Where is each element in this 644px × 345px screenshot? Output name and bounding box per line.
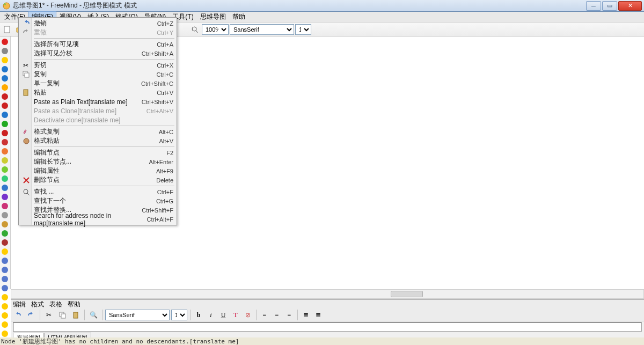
arrow-r-icon[interactable] [1,275,9,283]
svg-point-14 [2,121,8,127]
note-menu-0[interactable]: 编辑 [13,300,26,309]
svg-rect-44 [25,73,29,77]
flag2-icon[interactable] [1,238,9,247]
menuitem-18[interactable]: 编辑长节点...Alt+Enter [20,157,175,166]
menuitem-10[interactable]: Paste as Plain Text[translate me]Ctrl+Sh… [20,97,175,106]
p1-icon[interactable] [1,138,9,146]
align-center-button[interactable]: ≡ [272,310,282,320]
cross-icon[interactable] [1,129,9,137]
scrollbar-thumb[interactable] [391,291,423,297]
menuitem-9[interactable]: 粘贴Ctrl+V [20,88,175,97]
note-menu-2[interactable]: 表格 [49,300,62,309]
svg-point-34 [2,303,8,310]
menuitem-6[interactable]: ✂剪切Ctrl+X [20,61,175,70]
paste-button[interactable] [70,309,82,321]
cut-button[interactable]: ✂ [43,309,55,321]
p3-icon[interactable] [1,156,9,165]
redo-button[interactable] [25,309,37,321]
menuitem-19[interactable]: 编辑属性Alt+F9 [20,166,175,175]
p4-icon[interactable] [1,165,9,174]
note-menu-3[interactable]: 帮助 [68,300,80,309]
smile1-icon[interactable] [1,293,9,302]
menuitem-22[interactable]: 查找 ...Ctrl+F [20,187,175,196]
align-left-button[interactable]: ≡ [259,310,270,320]
maximize-button[interactable]: ▭ [602,1,617,11]
menuitem-label: 删除节点 [34,175,156,185]
menuitem-7[interactable]: 复制Ctrl+C [20,70,175,79]
list-ul-button[interactable]: ≣ [301,310,311,320]
svg-point-11 [2,93,8,100]
exclaim-icon[interactable] [1,74,9,83]
menuitem-3[interactable]: 选择所有可见项Ctrl+A [20,40,175,49]
menuitem-14[interactable]: 格式复制Alt+C [20,127,175,136]
menuitem-8[interactable]: 单一复制Ctrl+Shift+C [20,79,175,88]
x-red-icon[interactable] [1,38,9,46]
undo-button[interactable] [12,309,24,321]
note-fontsize-select[interactable]: 12 [171,310,187,320]
menuitem-17[interactable]: 编辑节点F2 [20,148,175,157]
pi-icon[interactable] [1,211,9,219]
menuitem-4[interactable]: 选择可见分枝Ctrl+Shift+A [20,49,175,58]
app-logo-icon [2,2,11,10]
p0-icon[interactable] [1,202,9,210]
stop-icon[interactable] [1,92,9,101]
star-icon[interactable] [1,247,9,256]
p6-icon[interactable] [1,183,9,192]
svg-point-1 [4,3,6,5]
smile3-icon[interactable] [1,311,9,320]
bulb-icon[interactable] [1,56,9,64]
menuitem-shortcut: F2 [166,150,173,156]
home-icon[interactable] [1,256,9,265]
smile2-icon[interactable] [1,302,9,311]
menuitem-15[interactable]: 格式粘贴Alt+V [20,136,175,145]
italic-button[interactable]: i [206,310,216,320]
lock-icon[interactable] [1,220,9,229]
note-font-select[interactable]: SansSerif [105,310,170,320]
svg-point-19 [2,166,8,173]
close-button[interactable]: ✕ [618,1,642,11]
zoom-select[interactable]: 100% [202,24,229,35]
fontsize-select[interactable]: 12 [295,24,311,35]
svg-rect-41 [74,312,78,318]
info-icon[interactable] [1,111,9,119]
arrow-u-icon[interactable] [1,284,9,292]
menu-7[interactable]: 思维导图 [197,11,229,23]
minimize-button[interactable]: ─ [586,1,601,11]
zoom-icon[interactable] [189,24,201,35]
minus-icon[interactable] [1,101,9,110]
bold-button[interactable]: b [193,310,204,320]
menuitem-20[interactable]: 删除节点Delete [20,175,175,185]
menu-8[interactable]: 帮助 [229,11,248,23]
underline-button[interactable]: U [218,310,229,320]
font-select[interactable]: SansSerif [230,24,294,35]
horizontal-scrollbar[interactable] [11,289,644,299]
question-icon[interactable] [1,65,9,74]
clear-fmt-button[interactable]: ⊘ [243,310,253,320]
align-right-button[interactable]: ≡ [284,310,295,320]
flag-icon[interactable] [1,229,9,238]
menuitem-shortcut: Ctrl+Z [157,20,173,27]
p2-icon[interactable] [1,147,9,156]
copy-button[interactable] [56,309,68,321]
p5-icon[interactable] [1,174,9,183]
menuitem-shortcut: Ctrl+Alt+V [147,108,173,114]
menuitem-25[interactable]: Search for address node in map[translate… [20,215,175,224]
check-icon[interactable] [1,120,9,128]
svg-point-7 [2,57,8,63]
trash-icon[interactable] [1,47,9,55]
arrow-l-icon[interactable] [1,266,9,274]
smile4-icon[interactable] [1,320,9,329]
list-ol-button[interactable]: ≣ [313,310,324,320]
p7-icon[interactable] [1,193,9,201]
warn-icon[interactable] [1,83,9,92]
find-button[interactable]: 🔍 [87,309,99,321]
note-input[interactable] [13,322,642,332]
note-menu-1[interactable]: 格式 [31,300,44,309]
new-button[interactable] [1,24,13,35]
smile5-icon[interactable] [1,329,9,338]
color-button[interactable]: T [230,310,241,320]
svg-point-18 [2,157,8,164]
menuitem-23[interactable]: 查找下一个Ctrl+G [20,196,175,205]
svg-point-12 [2,102,8,109]
menuitem-0[interactable]: 撤销Ctrl+Z [20,19,175,28]
